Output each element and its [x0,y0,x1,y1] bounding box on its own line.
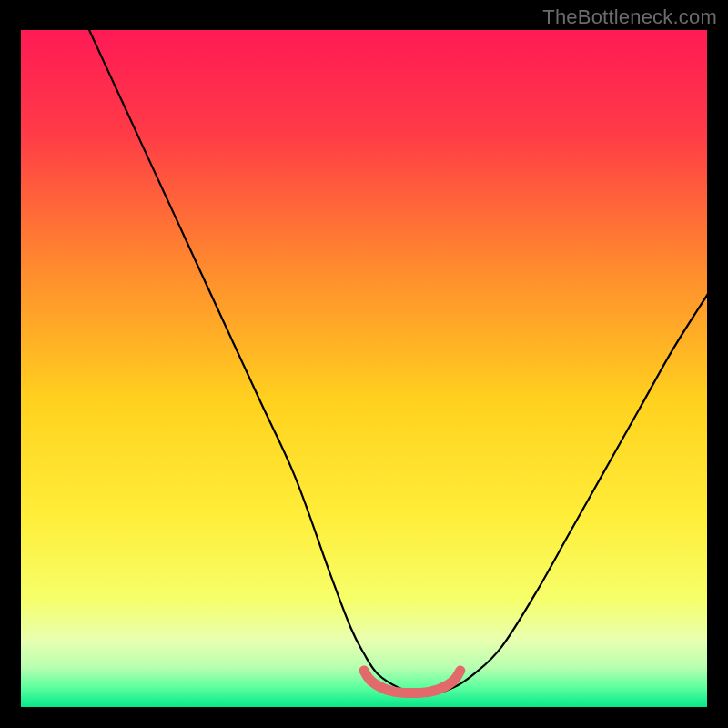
chart-container: TheBottleneck.com [0,0,728,728]
gradient-background [20,29,708,708]
bottleneck-chart [0,0,728,728]
watermark-text: TheBottleneck.com [542,5,717,29]
